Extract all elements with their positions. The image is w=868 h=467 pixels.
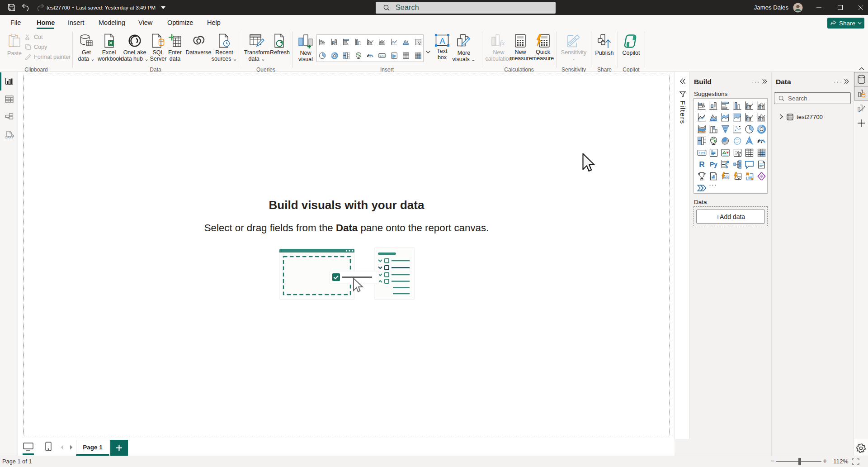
svg-text:fx: fx bbox=[500, 39, 505, 47]
svg-text:DAX: DAX bbox=[5, 136, 12, 139]
svg-text:A: A bbox=[439, 37, 445, 46]
